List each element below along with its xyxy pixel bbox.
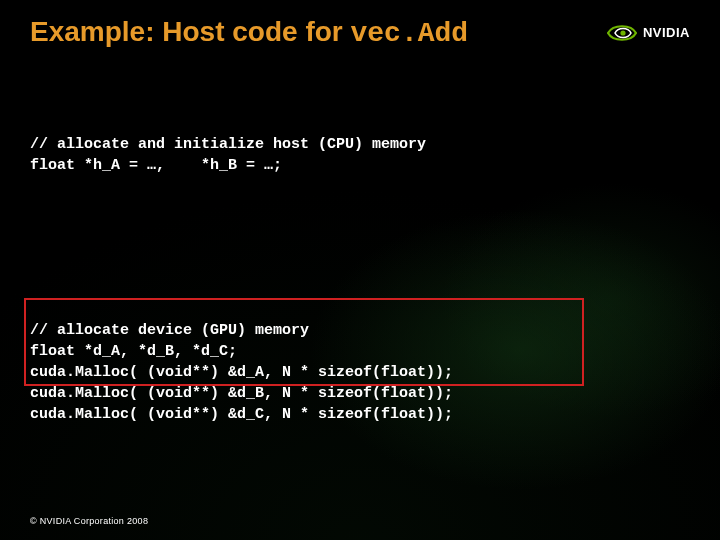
title-code: vec.Add: [351, 18, 469, 49]
title-prefix: Example: Host code for: [30, 16, 351, 47]
code-para-alloc-device: // allocate device (GPU) memory float *d…: [30, 278, 690, 446]
slide: Example: Host code for vec.Add NVIDIA //…: [0, 0, 720, 540]
code-line: // allocate device (GPU) memory: [30, 322, 309, 339]
code-line: float *h_A = …, *h_B = …;: [30, 157, 282, 174]
code-line: cuda.Malloc( (void**) &d_A, N * sizeof(f…: [30, 364, 453, 381]
copyright-text: © NVIDIA Corporation 2008: [30, 516, 148, 526]
code-line: cuda.Malloc( (void**) &d_B, N * sizeof(f…: [30, 385, 453, 402]
slide-title: Example: Host code for vec.Add: [30, 16, 468, 49]
code-line: cuda.Malloc( (void**) &d_C, N * sizeof(f…: [30, 406, 453, 423]
nvidia-logo: NVIDIA: [607, 22, 690, 44]
logo-text: NVIDIA: [643, 25, 690, 40]
code-line: // allocate and initialize host (CPU) me…: [30, 136, 426, 153]
code-para-alloc-host: // allocate and initialize host (CPU) me…: [30, 113, 690, 197]
title-row: Example: Host code for vec.Add NVIDIA: [30, 16, 690, 49]
eye-icon: [607, 22, 637, 44]
code-block: // allocate and initialize host (CPU) me…: [30, 71, 690, 540]
svg-point-0: [620, 30, 625, 35]
code-line: float *d_A, *d_B, *d_C;: [30, 343, 237, 360]
code-para-memcpy: // copy host memory to device cuda.Memcp…: [30, 527, 690, 540]
